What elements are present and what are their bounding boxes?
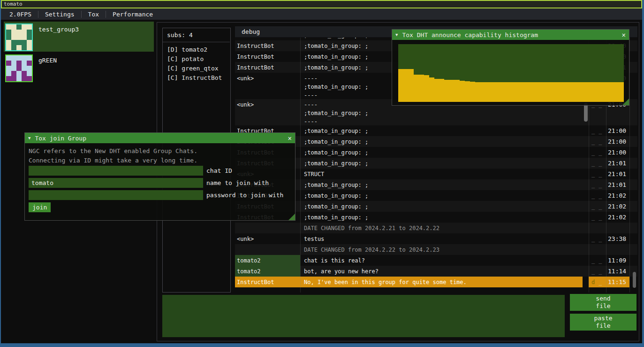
avatar-pixel bbox=[16, 76, 22, 81]
sender-name: <unk> bbox=[235, 73, 300, 99]
avatar-pixel bbox=[6, 24, 11, 30]
panel-scrollbar-thumb[interactable] bbox=[633, 272, 636, 288]
group-avatar bbox=[5, 54, 33, 82]
histogram-bar bbox=[557, 82, 562, 102]
avatar-pixel bbox=[16, 61, 22, 66]
group-list: test_group3gREEN bbox=[4, 22, 154, 84]
join-field-row: password to join with bbox=[29, 190, 293, 200]
member-item[interactable]: [C] green_qtox bbox=[167, 64, 230, 73]
histogram-bar bbox=[614, 82, 619, 102]
delivery-flags: __ bbox=[589, 147, 606, 158]
avatar-pixel bbox=[22, 30, 27, 35]
flag-read: _ bbox=[599, 160, 602, 167]
resize-grip[interactable] bbox=[622, 99, 629, 105]
name-input[interactable]: tomato bbox=[29, 178, 203, 188]
flag-delivered: _ bbox=[591, 268, 595, 275]
delivery-flags: __ bbox=[589, 179, 606, 190]
histogram-bar bbox=[531, 82, 537, 102]
os-title-bar[interactable]: tomato bbox=[1, 0, 642, 8]
avatar-pixel bbox=[6, 30, 11, 35]
delivery-flags: __ bbox=[589, 255, 606, 266]
member-item[interactable]: [D] tomato2 bbox=[167, 45, 230, 54]
histogram-bar bbox=[552, 82, 557, 102]
flag-delivered: d bbox=[591, 279, 595, 285]
avatar-pixel bbox=[27, 35, 32, 40]
timestamp: 21:01 bbox=[606, 158, 629, 169]
histogram-plot bbox=[398, 44, 624, 102]
delivery-flags: __ bbox=[589, 233, 606, 244]
message-text: STRUCT bbox=[300, 169, 583, 179]
menu-item-tox[interactable]: Tox bbox=[82, 11, 106, 18]
row-filler bbox=[629, 212, 637, 223]
avatar-pixel bbox=[22, 45, 27, 50]
tab-debug[interactable]: debug bbox=[235, 26, 266, 35]
avatar-pixel bbox=[11, 24, 16, 30]
avatar-pixel bbox=[11, 35, 16, 40]
scrollbar-gap bbox=[583, 201, 589, 212]
join-button[interactable]: join bbox=[29, 202, 51, 212]
group-item-gREEN[interactable]: gREEN bbox=[4, 53, 154, 83]
histogram-bar bbox=[593, 82, 599, 102]
message-text: ;tomato_in_group: ; bbox=[300, 201, 583, 212]
member-list: [D] tomato2[C] potato[C] green_qtox[C] I… bbox=[167, 45, 230, 83]
chat-id-input[interactable] bbox=[29, 166, 203, 176]
resize-grip[interactable] bbox=[288, 214, 295, 220]
password-input[interactable] bbox=[29, 190, 203, 200]
chat-scrollbar-thumb[interactable] bbox=[584, 103, 588, 122]
close-icon[interactable]: ✕ bbox=[622, 31, 626, 39]
histogram-bar bbox=[578, 82, 583, 102]
histogram-bar bbox=[516, 82, 522, 102]
flag-delivered: _ bbox=[591, 214, 595, 221]
avatar-pixel bbox=[11, 76, 16, 81]
avatar-pixel bbox=[16, 30, 22, 35]
histogram-bar bbox=[522, 82, 527, 102]
avatar-pixel bbox=[27, 71, 32, 76]
flag-delivered: _ bbox=[591, 149, 595, 156]
scrollbar-gap bbox=[583, 147, 589, 158]
sender-name: <unk> bbox=[235, 99, 300, 125]
histogram-bar bbox=[501, 82, 506, 102]
menu-item-performance[interactable]: Performance bbox=[106, 11, 159, 18]
histogram-bar bbox=[496, 82, 501, 102]
collapse-icon[interactable]: ▼ bbox=[28, 136, 30, 140]
histogram-window: ▼ Tox DHT announce capability histogram … bbox=[392, 29, 629, 106]
member-item[interactable]: [C] potato bbox=[167, 54, 230, 64]
avatar-pixel bbox=[11, 61, 16, 66]
message-text: No, I've been in this group for quite so… bbox=[300, 277, 583, 287]
histogram-bar bbox=[470, 82, 475, 102]
histogram-bar bbox=[414, 75, 419, 102]
flag-read: _ bbox=[599, 193, 602, 199]
message-input[interactable] bbox=[162, 295, 565, 337]
message-text: DATE CHANGED from 2024.2.22 to 2024.2.23 bbox=[300, 244, 583, 255]
join-window-titlebar[interactable]: ▼ Tox join Group ✕ bbox=[25, 133, 295, 143]
timestamp: 11:09 bbox=[606, 255, 629, 266]
histogram-bar bbox=[485, 82, 491, 102]
menu-item-settings[interactable]: Settings bbox=[38, 11, 81, 18]
paste-file-button[interactable]: paste file bbox=[570, 314, 636, 331]
avatar-pixel bbox=[6, 45, 11, 50]
close-icon[interactable]: ✕ bbox=[288, 134, 292, 142]
collapse-icon[interactable]: ▼ bbox=[395, 32, 398, 37]
flag-read: _ bbox=[599, 203, 602, 210]
scrollbar-gap bbox=[583, 277, 589, 287]
histogram-window-title: Tox DHT announce capability histogram bbox=[402, 31, 538, 39]
flag-delivered: _ bbox=[591, 182, 595, 188]
flag-read: _ bbox=[599, 214, 602, 221]
histogram-window-titlebar[interactable]: ▼ Tox DHT announce capability histogram … bbox=[392, 30, 629, 40]
histogram-bar bbox=[480, 82, 485, 102]
row-filler bbox=[629, 179, 637, 190]
histogram-bar bbox=[542, 82, 547, 102]
delivery-flags: __ bbox=[589, 136, 606, 147]
avatar-pixel bbox=[16, 66, 22, 71]
scrollbar-gap bbox=[583, 179, 589, 190]
avatar-pixel bbox=[27, 55, 32, 61]
group-item-test_group3[interactable]: test_group3 bbox=[4, 22, 154, 52]
row-filler bbox=[629, 147, 637, 158]
send-file-button[interactable]: send file bbox=[570, 294, 636, 311]
join-group-window: ▼ Tox join Group ✕ NGC refers to the New… bbox=[24, 132, 295, 221]
avatar-pixel bbox=[11, 45, 16, 50]
member-item[interactable]: [C] InstructBot bbox=[167, 73, 230, 83]
histogram-bar bbox=[547, 82, 552, 102]
avatar-pixel bbox=[11, 40, 16, 45]
timestamp: 21:00 bbox=[606, 147, 629, 158]
